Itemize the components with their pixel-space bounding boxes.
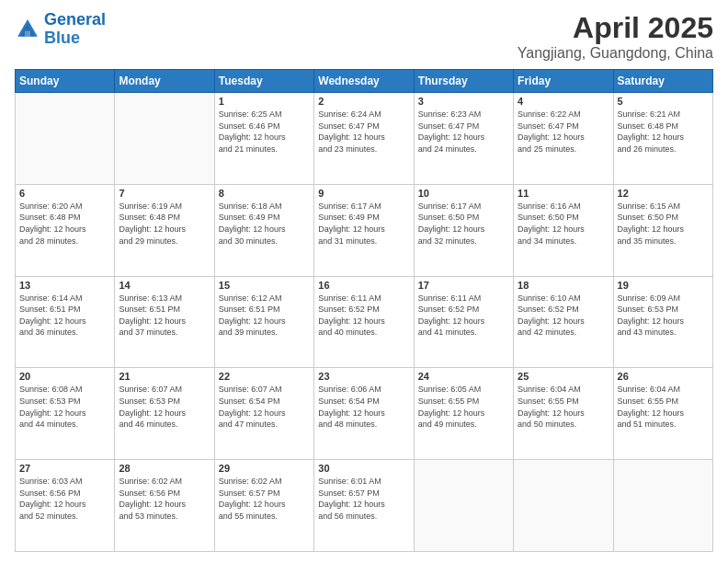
calendar-cell: 8Sunrise: 6:18 AM Sunset: 6:49 PM Daylig… bbox=[214, 184, 313, 276]
calendar-cell: 26Sunrise: 6:04 AM Sunset: 6:55 PM Dayli… bbox=[613, 368, 712, 460]
page: General Blue April 2025 Yangjiang, Guang… bbox=[0, 0, 728, 563]
day-number: 28 bbox=[119, 463, 210, 474]
day-info: Sunrise: 6:04 AM Sunset: 6:55 PM Dayligh… bbox=[618, 384, 709, 430]
day-number: 5 bbox=[618, 96, 709, 107]
calendar-cell: 10Sunrise: 6:17 AM Sunset: 6:50 PM Dayli… bbox=[414, 184, 513, 276]
calendar-week-1: 1Sunrise: 6:25 AM Sunset: 6:46 PM Daylig… bbox=[16, 93, 713, 185]
day-info: Sunrise: 6:03 AM Sunset: 6:56 PM Dayligh… bbox=[19, 476, 110, 522]
day-info: Sunrise: 6:18 AM Sunset: 6:49 PM Dayligh… bbox=[219, 201, 310, 247]
calendar-cell: 5Sunrise: 6:21 AM Sunset: 6:48 PM Daylig… bbox=[613, 93, 712, 185]
calendar-table: SundayMondayTuesdayWednesdayThursdayFrid… bbox=[15, 69, 713, 552]
calendar-cell: 1Sunrise: 6:25 AM Sunset: 6:46 PM Daylig… bbox=[214, 93, 313, 185]
day-number: 2 bbox=[318, 96, 409, 107]
day-info: Sunrise: 6:14 AM Sunset: 6:51 PM Dayligh… bbox=[19, 293, 110, 339]
calendar-header-saturday: Saturday bbox=[613, 70, 712, 93]
day-number: 15 bbox=[219, 280, 310, 291]
calendar-cell: 15Sunrise: 6:12 AM Sunset: 6:51 PM Dayli… bbox=[214, 276, 313, 368]
day-info: Sunrise: 6:09 AM Sunset: 6:53 PM Dayligh… bbox=[618, 293, 709, 339]
day-info: Sunrise: 6:12 AM Sunset: 6:51 PM Dayligh… bbox=[219, 293, 310, 339]
calendar-cell: 19Sunrise: 6:09 AM Sunset: 6:53 PM Dayli… bbox=[613, 276, 712, 368]
day-info: Sunrise: 6:20 AM Sunset: 6:48 PM Dayligh… bbox=[19, 201, 110, 247]
calendar-header-tuesday: Tuesday bbox=[214, 70, 313, 93]
calendar-week-4: 20Sunrise: 6:08 AM Sunset: 6:53 PM Dayli… bbox=[16, 368, 713, 460]
calendar-header-row: SundayMondayTuesdayWednesdayThursdayFrid… bbox=[16, 70, 713, 93]
day-number: 20 bbox=[19, 371, 110, 382]
day-number: 30 bbox=[318, 463, 409, 474]
calendar-week-2: 6Sunrise: 6:20 AM Sunset: 6:48 PM Daylig… bbox=[16, 184, 713, 276]
calendar-cell bbox=[115, 93, 214, 185]
calendar-cell: 16Sunrise: 6:11 AM Sunset: 6:52 PM Dayli… bbox=[314, 276, 414, 368]
calendar-cell bbox=[514, 460, 613, 552]
calendar-cell: 12Sunrise: 6:15 AM Sunset: 6:50 PM Dayli… bbox=[613, 184, 712, 276]
day-info: Sunrise: 6:17 AM Sunset: 6:49 PM Dayligh… bbox=[318, 201, 409, 247]
day-number: 6 bbox=[19, 188, 110, 199]
day-info: Sunrise: 6:07 AM Sunset: 6:53 PM Dayligh… bbox=[119, 384, 210, 430]
calendar-header-wednesday: Wednesday bbox=[314, 70, 414, 93]
day-info: Sunrise: 6:22 AM Sunset: 6:47 PM Dayligh… bbox=[518, 109, 609, 155]
day-info: Sunrise: 6:25 AM Sunset: 6:46 PM Dayligh… bbox=[219, 109, 310, 155]
day-info: Sunrise: 6:16 AM Sunset: 6:50 PM Dayligh… bbox=[518, 201, 609, 247]
subtitle: Yangjiang, Guangdong, China bbox=[518, 45, 713, 62]
day-number: 19 bbox=[618, 280, 709, 291]
day-number: 16 bbox=[318, 280, 409, 291]
day-info: Sunrise: 6:05 AM Sunset: 6:55 PM Dayligh… bbox=[418, 384, 509, 430]
day-number: 11 bbox=[518, 188, 609, 199]
calendar-cell: 3Sunrise: 6:23 AM Sunset: 6:47 PM Daylig… bbox=[414, 93, 513, 185]
logo-line1: General bbox=[44, 10, 106, 29]
calendar-cell: 4Sunrise: 6:22 AM Sunset: 6:47 PM Daylig… bbox=[514, 93, 613, 185]
calendar-cell: 2Sunrise: 6:24 AM Sunset: 6:47 PM Daylig… bbox=[314, 93, 414, 185]
day-number: 7 bbox=[119, 188, 210, 199]
day-info: Sunrise: 6:10 AM Sunset: 6:52 PM Dayligh… bbox=[518, 293, 609, 339]
day-info: Sunrise: 6:01 AM Sunset: 6:57 PM Dayligh… bbox=[318, 476, 409, 522]
day-number: 22 bbox=[219, 371, 310, 382]
day-info: Sunrise: 6:19 AM Sunset: 6:48 PM Dayligh… bbox=[119, 201, 210, 247]
calendar-cell bbox=[613, 460, 712, 552]
header: General Blue April 2025 Yangjiang, Guang… bbox=[15, 11, 713, 62]
calendar-header-monday: Monday bbox=[115, 70, 214, 93]
day-info: Sunrise: 6:02 AM Sunset: 6:57 PM Dayligh… bbox=[219, 476, 310, 522]
calendar-cell: 21Sunrise: 6:07 AM Sunset: 6:53 PM Dayli… bbox=[115, 368, 214, 460]
calendar-cell: 30Sunrise: 6:01 AM Sunset: 6:57 PM Dayli… bbox=[314, 460, 414, 552]
day-number: 12 bbox=[618, 188, 709, 199]
calendar-cell: 14Sunrise: 6:13 AM Sunset: 6:51 PM Dayli… bbox=[115, 276, 214, 368]
day-number: 29 bbox=[219, 463, 310, 474]
calendar-cell: 29Sunrise: 6:02 AM Sunset: 6:57 PM Dayli… bbox=[214, 460, 313, 552]
calendar-cell: 6Sunrise: 6:20 AM Sunset: 6:48 PM Daylig… bbox=[16, 184, 115, 276]
day-info: Sunrise: 6:11 AM Sunset: 6:52 PM Dayligh… bbox=[418, 293, 509, 339]
svg-rect-2 bbox=[25, 30, 30, 36]
main-title: April 2025 bbox=[518, 11, 713, 45]
calendar-cell: 27Sunrise: 6:03 AM Sunset: 6:56 PM Dayli… bbox=[16, 460, 115, 552]
day-number: 17 bbox=[418, 280, 509, 291]
title-block: April 2025 Yangjiang, Guangdong, China bbox=[518, 11, 713, 62]
calendar-header-friday: Friday bbox=[514, 70, 613, 93]
logo-line2: Blue bbox=[44, 29, 80, 47]
calendar-week-3: 13Sunrise: 6:14 AM Sunset: 6:51 PM Dayli… bbox=[16, 276, 713, 368]
calendar-cell bbox=[16, 93, 115, 185]
logo-icon bbox=[15, 17, 40, 42]
day-info: Sunrise: 6:24 AM Sunset: 6:47 PM Dayligh… bbox=[318, 109, 409, 155]
calendar-cell: 25Sunrise: 6:04 AM Sunset: 6:55 PM Dayli… bbox=[514, 368, 613, 460]
calendar-cell: 28Sunrise: 6:02 AM Sunset: 6:56 PM Dayli… bbox=[115, 460, 214, 552]
day-number: 9 bbox=[318, 188, 409, 199]
calendar-cell: 24Sunrise: 6:05 AM Sunset: 6:55 PM Dayli… bbox=[414, 368, 513, 460]
day-info: Sunrise: 6:15 AM Sunset: 6:50 PM Dayligh… bbox=[618, 201, 709, 247]
day-number: 14 bbox=[119, 280, 210, 291]
calendar-cell: 7Sunrise: 6:19 AM Sunset: 6:48 PM Daylig… bbox=[115, 184, 214, 276]
day-info: Sunrise: 6:02 AM Sunset: 6:56 PM Dayligh… bbox=[119, 476, 210, 522]
day-number: 1 bbox=[219, 96, 310, 107]
day-info: Sunrise: 6:17 AM Sunset: 6:50 PM Dayligh… bbox=[418, 201, 509, 247]
calendar-week-5: 27Sunrise: 6:03 AM Sunset: 6:56 PM Dayli… bbox=[16, 460, 713, 552]
calendar-cell: 22Sunrise: 6:07 AM Sunset: 6:54 PM Dayli… bbox=[214, 368, 313, 460]
calendar-cell bbox=[414, 460, 513, 552]
day-number: 25 bbox=[518, 371, 609, 382]
calendar-cell: 9Sunrise: 6:17 AM Sunset: 6:49 PM Daylig… bbox=[314, 184, 414, 276]
day-info: Sunrise: 6:23 AM Sunset: 6:47 PM Dayligh… bbox=[418, 109, 509, 155]
day-info: Sunrise: 6:21 AM Sunset: 6:48 PM Dayligh… bbox=[618, 109, 709, 155]
calendar-header-thursday: Thursday bbox=[414, 70, 513, 93]
day-info: Sunrise: 6:07 AM Sunset: 6:54 PM Dayligh… bbox=[219, 384, 310, 430]
logo: General Blue bbox=[15, 11, 106, 48]
calendar-cell: 23Sunrise: 6:06 AM Sunset: 6:54 PM Dayli… bbox=[314, 368, 414, 460]
day-info: Sunrise: 6:11 AM Sunset: 6:52 PM Dayligh… bbox=[318, 293, 409, 339]
day-number: 10 bbox=[418, 188, 509, 199]
calendar-cell: 20Sunrise: 6:08 AM Sunset: 6:53 PM Dayli… bbox=[16, 368, 115, 460]
